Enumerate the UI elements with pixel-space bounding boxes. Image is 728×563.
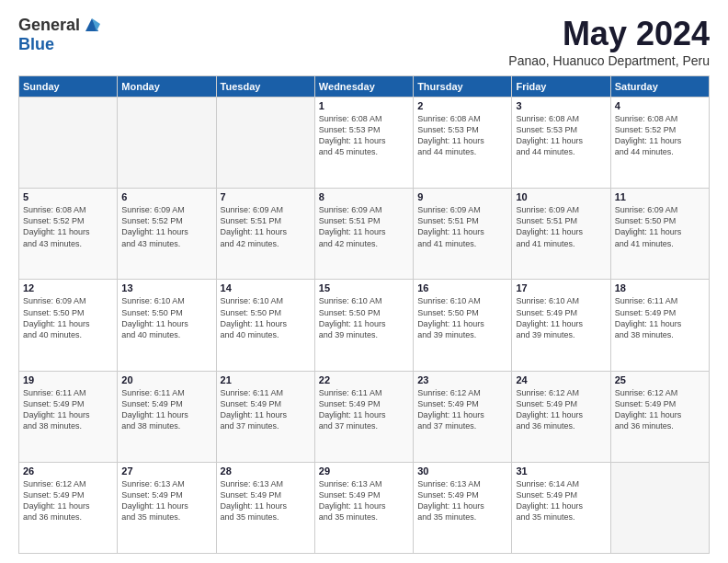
calendar-week-4: 26Sunrise: 6:12 AM Sunset: 5:49 PM Dayli…: [19, 462, 710, 553]
day-info: Sunrise: 6:12 AM Sunset: 5:49 PM Dayligh…: [417, 387, 507, 432]
day-number: 5: [23, 191, 113, 202]
day-info: Sunrise: 6:10 AM Sunset: 5:50 PM Dayligh…: [221, 295, 311, 340]
day-number: 3: [516, 100, 606, 111]
day-number: 18: [615, 282, 705, 293]
calendar-cell: 20Sunrise: 6:11 AM Sunset: 5:49 PM Dayli…: [118, 371, 216, 462]
day-number: 29: [319, 465, 409, 477]
calendar-header: Sunday Monday Tuesday Wednesday Thursday…: [19, 76, 710, 98]
calendar-cell: 13Sunrise: 6:10 AM Sunset: 5:50 PM Dayli…: [118, 280, 216, 371]
day-number: 27: [121, 465, 211, 477]
calendar-cell: [216, 98, 314, 189]
calendar-cell: 16Sunrise: 6:10 AM Sunset: 5:50 PM Dayli…: [414, 280, 512, 371]
calendar-cell: 3Sunrise: 6:08 AM Sunset: 5:53 PM Daylig…: [512, 98, 610, 189]
calendar-cell: 31Sunrise: 6:14 AM Sunset: 5:49 PM Dayli…: [512, 462, 610, 553]
day-info: Sunrise: 6:13 AM Sunset: 5:49 PM Dayligh…: [417, 478, 507, 523]
day-info: Sunrise: 6:11 AM Sunset: 5:49 PM Dayligh…: [23, 387, 113, 432]
day-number: 28: [221, 465, 311, 477]
subtitle: Panao, Huanuco Department, Peru: [508, 53, 710, 68]
day-number: 16: [417, 282, 507, 293]
day-info: Sunrise: 6:13 AM Sunset: 5:49 PM Dayligh…: [221, 478, 311, 523]
calendar-cell: 9Sunrise: 6:09 AM Sunset: 5:51 PM Daylig…: [414, 189, 512, 280]
calendar-cell: 21Sunrise: 6:11 AM Sunset: 5:49 PM Dayli…: [216, 371, 314, 462]
day-info: Sunrise: 6:08 AM Sunset: 5:52 PM Dayligh…: [615, 113, 705, 158]
header-row: Sunday Monday Tuesday Wednesday Thursday…: [19, 76, 710, 98]
page: General Blue May 2024 Panao, Huanuco Dep…: [0, 0, 728, 563]
day-info: Sunrise: 6:08 AM Sunset: 5:52 PM Dayligh…: [23, 204, 113, 249]
calendar-cell: 15Sunrise: 6:10 AM Sunset: 5:50 PM Dayli…: [314, 280, 413, 371]
day-number: 24: [516, 374, 606, 385]
calendar-table: Sunday Monday Tuesday Wednesday Thursday…: [18, 75, 710, 554]
day-number: 7: [221, 191, 311, 202]
calendar-cell: 25Sunrise: 6:12 AM Sunset: 5:49 PM Dayli…: [610, 371, 709, 462]
day-number: 26: [23, 465, 113, 477]
col-saturday: Saturday: [610, 76, 709, 98]
day-number: 10: [516, 191, 606, 202]
calendar-cell: 30Sunrise: 6:13 AM Sunset: 5:49 PM Dayli…: [414, 462, 512, 553]
day-number: 12: [23, 282, 113, 293]
logo-icon: [82, 15, 102, 35]
header: General Blue May 2024 Panao, Huanuco Dep…: [18, 15, 710, 68]
day-info: Sunrise: 6:12 AM Sunset: 5:49 PM Dayligh…: [516, 387, 606, 432]
day-number: 11: [615, 191, 705, 202]
calendar-cell: 7Sunrise: 6:09 AM Sunset: 5:51 PM Daylig…: [216, 189, 314, 280]
day-number: 4: [615, 100, 705, 111]
calendar-cell: 19Sunrise: 6:11 AM Sunset: 5:49 PM Dayli…: [19, 371, 118, 462]
day-number: 19: [23, 374, 113, 385]
day-number: 20: [121, 374, 211, 385]
calendar-cell: 26Sunrise: 6:12 AM Sunset: 5:49 PM Dayli…: [19, 462, 118, 553]
calendar-cell: [610, 462, 709, 553]
day-number: 17: [516, 282, 606, 293]
day-info: Sunrise: 6:11 AM Sunset: 5:49 PM Dayligh…: [319, 387, 409, 432]
day-info: Sunrise: 6:09 AM Sunset: 5:50 PM Dayligh…: [615, 204, 705, 249]
day-number: 2: [417, 100, 507, 111]
day-info: Sunrise: 6:09 AM Sunset: 5:50 PM Dayligh…: [23, 295, 113, 340]
day-number: 30: [417, 465, 507, 477]
day-info: Sunrise: 6:11 AM Sunset: 5:49 PM Dayligh…: [615, 295, 705, 340]
calendar-cell: 24Sunrise: 6:12 AM Sunset: 5:49 PM Dayli…: [512, 371, 610, 462]
day-number: 23: [417, 374, 507, 385]
calendar-cell: [118, 98, 216, 189]
logo: General Blue: [18, 15, 102, 54]
day-info: Sunrise: 6:09 AM Sunset: 5:52 PM Dayligh…: [121, 204, 211, 249]
calendar-week-2: 12Sunrise: 6:09 AM Sunset: 5:50 PM Dayli…: [19, 280, 710, 371]
day-info: Sunrise: 6:09 AM Sunset: 5:51 PM Dayligh…: [319, 204, 409, 249]
col-friday: Friday: [512, 76, 610, 98]
col-thursday: Thursday: [414, 76, 512, 98]
calendar-cell: 28Sunrise: 6:13 AM Sunset: 5:49 PM Dayli…: [216, 462, 314, 553]
logo-general: General: [18, 16, 80, 35]
day-number: 6: [121, 191, 211, 202]
day-number: 25: [615, 374, 705, 385]
day-info: Sunrise: 6:13 AM Sunset: 5:49 PM Dayligh…: [319, 478, 409, 523]
day-number: 22: [319, 374, 409, 385]
day-number: 15: [319, 282, 409, 293]
day-info: Sunrise: 6:12 AM Sunset: 5:49 PM Dayligh…: [615, 387, 705, 432]
calendar-cell: 27Sunrise: 6:13 AM Sunset: 5:49 PM Dayli…: [118, 462, 216, 553]
day-info: Sunrise: 6:09 AM Sunset: 5:51 PM Dayligh…: [221, 204, 311, 249]
day-number: 8: [319, 191, 409, 202]
calendar-cell: 23Sunrise: 6:12 AM Sunset: 5:49 PM Dayli…: [414, 371, 512, 462]
day-info: Sunrise: 6:10 AM Sunset: 5:50 PM Dayligh…: [319, 295, 409, 340]
day-number: 13: [121, 282, 211, 293]
calendar-cell: 29Sunrise: 6:13 AM Sunset: 5:49 PM Dayli…: [314, 462, 413, 553]
day-info: Sunrise: 6:09 AM Sunset: 5:51 PM Dayligh…: [516, 204, 606, 249]
col-sunday: Sunday: [19, 76, 118, 98]
month-title: May 2024: [508, 15, 710, 53]
day-info: Sunrise: 6:08 AM Sunset: 5:53 PM Dayligh…: [417, 113, 507, 158]
calendar-cell: 18Sunrise: 6:11 AM Sunset: 5:49 PM Dayli…: [610, 280, 709, 371]
calendar-cell: 22Sunrise: 6:11 AM Sunset: 5:49 PM Dayli…: [314, 371, 413, 462]
calendar-cell: 11Sunrise: 6:09 AM Sunset: 5:50 PM Dayli…: [610, 189, 709, 280]
day-info: Sunrise: 6:13 AM Sunset: 5:49 PM Dayligh…: [121, 478, 211, 523]
calendar-cell: 14Sunrise: 6:10 AM Sunset: 5:50 PM Dayli…: [216, 280, 314, 371]
calendar-week-3: 19Sunrise: 6:11 AM Sunset: 5:49 PM Dayli…: [19, 371, 710, 462]
calendar-cell: 1Sunrise: 6:08 AM Sunset: 5:53 PM Daylig…: [314, 98, 413, 189]
calendar-week-0: 1Sunrise: 6:08 AM Sunset: 5:53 PM Daylig…: [19, 98, 710, 189]
day-info: Sunrise: 6:10 AM Sunset: 5:50 PM Dayligh…: [121, 295, 211, 340]
day-number: 1: [319, 100, 409, 111]
calendar-body: 1Sunrise: 6:08 AM Sunset: 5:53 PM Daylig…: [19, 98, 710, 554]
day-number: 21: [221, 374, 311, 385]
calendar-cell: 5Sunrise: 6:08 AM Sunset: 5:52 PM Daylig…: [19, 189, 118, 280]
day-info: Sunrise: 6:11 AM Sunset: 5:49 PM Dayligh…: [121, 387, 211, 432]
col-monday: Monday: [118, 76, 216, 98]
calendar-week-1: 5Sunrise: 6:08 AM Sunset: 5:52 PM Daylig…: [19, 189, 710, 280]
calendar-cell: 12Sunrise: 6:09 AM Sunset: 5:50 PM Dayli…: [19, 280, 118, 371]
